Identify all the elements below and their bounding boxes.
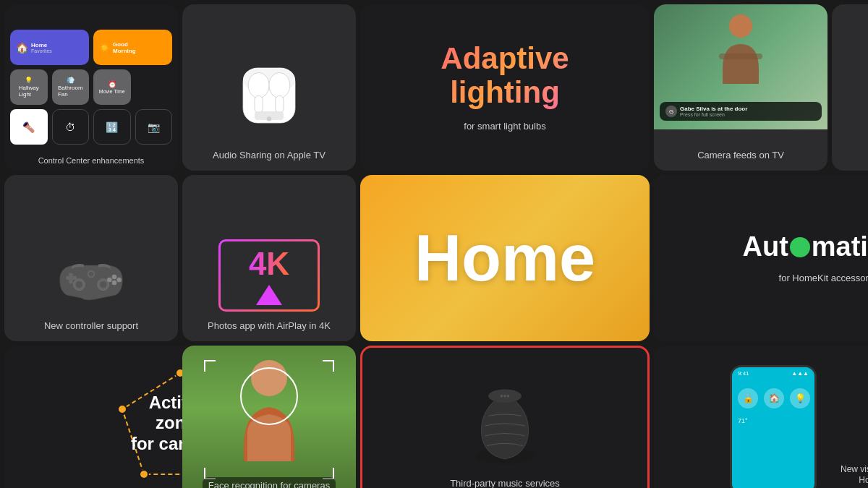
tile-home-app-status: 9:41 ▲▲▲ 🔒 🏠 💡 71° New visual status in … bbox=[654, 346, 868, 488]
corner-tl bbox=[204, 360, 216, 372]
home-icon-1: 🔒 bbox=[738, 388, 758, 408]
adaptive-lighting-subtitle: for smart light bulbs bbox=[464, 121, 545, 133]
home-app-label: New visual status in Home app bbox=[828, 464, 868, 487]
svg-point-18 bbox=[112, 281, 117, 286]
svg-point-11 bbox=[76, 281, 82, 288]
homepod-icon bbox=[465, 382, 545, 469]
automation-dot-icon bbox=[790, 237, 810, 257]
svg-point-36 bbox=[507, 395, 510, 398]
automations-title: Aut mations bbox=[742, 231, 868, 262]
tile-camera-feeds: G Gabe Silva is at the door Press for fu… bbox=[654, 4, 827, 171]
svg-point-21 bbox=[89, 272, 94, 277]
tile-face-recognition: Face recognition for cameras bbox=[182, 346, 356, 488]
camera-notification: G Gabe Silva is at the door Press for fu… bbox=[660, 102, 822, 121]
photos-4k-label: Photos app with AirPlay in 4K bbox=[208, 320, 331, 333]
svg-point-35 bbox=[503, 395, 506, 398]
home-title: Home bbox=[414, 221, 595, 296]
airpods-label: Audio Sharing on Apple TV bbox=[213, 150, 326, 162]
airpods-icon bbox=[211, 47, 327, 141]
tile-airpods: Audio Sharing on Apple TV bbox=[182, 4, 356, 171]
tile-adaptive-lighting: Adaptive lighting for smart light bulbs bbox=[360, 4, 650, 171]
svg-point-8 bbox=[729, 14, 752, 38]
svg-point-7 bbox=[267, 116, 271, 121]
svg-point-19 bbox=[107, 278, 112, 283]
tile-controller: New controller support bbox=[4, 175, 178, 341]
svg-point-16 bbox=[112, 275, 117, 280]
camera-feeds-label: Camera feeds on TV bbox=[697, 150, 784, 162]
svg-point-30 bbox=[118, 405, 127, 414]
music-services-label: Third-party music services bbox=[450, 478, 560, 488]
controller-label: New controller support bbox=[44, 320, 138, 333]
face-detection-frame bbox=[240, 367, 298, 425]
automations-text-end: mations bbox=[812, 231, 868, 262]
4k-badge: 4K bbox=[249, 246, 289, 282]
tile-4k: 4K Photos app with AirPlay in 4K bbox=[182, 175, 356, 341]
tile-third-party-music: Third-party music services bbox=[360, 346, 650, 488]
svg-point-29 bbox=[140, 470, 148, 479]
corner-tr bbox=[323, 360, 334, 372]
display-4k-icon: 4K bbox=[218, 239, 320, 312]
automations-text-start: Aut bbox=[742, 231, 788, 262]
svg-point-13 bbox=[100, 281, 106, 288]
home-icon-3: 💡 bbox=[790, 388, 810, 408]
phone-time: 9:41 bbox=[738, 370, 749, 377]
phone-temp: 71° bbox=[732, 414, 814, 427]
triangle-icon bbox=[256, 285, 282, 305]
adaptive-lighting-title: Adaptive lighting bbox=[441, 42, 569, 108]
control-center-label: Control Center enhancements bbox=[33, 150, 150, 171]
phone-status-bar: 9:41 ▲▲▲ bbox=[732, 367, 814, 380]
tile-automations: Aut mations for HomeKit accessories bbox=[654, 175, 868, 341]
tile-control-center: 🏠 Home Favorites ☀️ GoodMorning 💡 Hallwa… bbox=[4, 4, 178, 171]
phone-icons: ▲▲▲ bbox=[791, 370, 809, 377]
svg-point-4 bbox=[269, 73, 290, 98]
phone-mockup: 9:41 ▲▲▲ 🔒 🏠 💡 71° bbox=[730, 365, 817, 488]
automations-subtitle: for HomeKit accessories bbox=[779, 273, 868, 285]
svg-rect-15 bbox=[69, 273, 72, 284]
svg-point-2 bbox=[248, 73, 269, 98]
svg-point-17 bbox=[116, 278, 122, 283]
tile-pip: ↙ Picture in Picture bbox=[832, 4, 868, 171]
home-icon-2: 🏠 bbox=[764, 388, 784, 408]
svg-point-34 bbox=[501, 395, 503, 398]
person-silhouette-icon bbox=[715, 12, 766, 84]
controller-icon bbox=[48, 251, 135, 309]
svg-rect-3 bbox=[255, 96, 263, 114]
tile-home: Home bbox=[360, 175, 650, 341]
svg-rect-5 bbox=[276, 96, 284, 114]
svg-rect-9 bbox=[719, 53, 762, 59]
face-recognition-label: Face recognition for cameras bbox=[203, 477, 336, 488]
